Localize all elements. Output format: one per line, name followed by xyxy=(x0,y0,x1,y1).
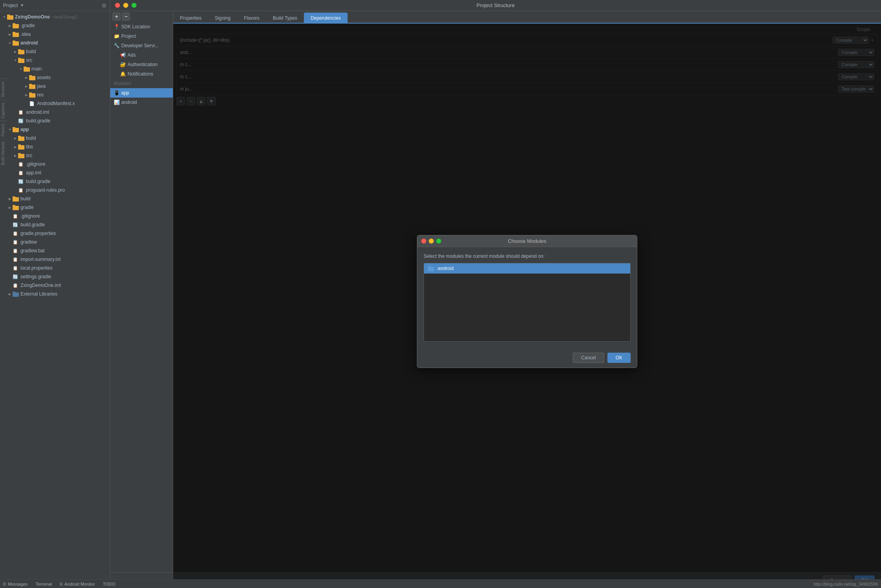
tree-label: android.iml xyxy=(26,109,49,115)
panel-item-project[interactable]: 📁 Project xyxy=(110,31,173,41)
folder-icon xyxy=(13,205,19,210)
tree-item-manifest[interactable]: ▶ 📄 AndroidManifest.x xyxy=(0,99,110,108)
svg-rect-1 xyxy=(7,15,10,16)
panel-item-android[interactable]: 📊 android xyxy=(110,98,173,107)
tree-item-gitignore[interactable]: ▶ 📋 .gitignore xyxy=(0,160,110,168)
tree-item-main[interactable]: ▼ main xyxy=(0,65,110,73)
modal-close-button[interactable] xyxy=(421,239,426,244)
svg-rect-15 xyxy=(29,75,32,77)
captures-tab[interactable]: Captures xyxy=(0,100,7,121)
android-monitor-tab[interactable]: 6: Android Monitor xyxy=(60,582,95,586)
root-arrow: ▼ xyxy=(2,14,7,20)
close-button[interactable] xyxy=(115,3,120,8)
folder-icon xyxy=(29,83,35,89)
modal-cancel-button[interactable]: Cancel xyxy=(573,353,604,363)
iml-file-icon2: 📋 xyxy=(18,170,24,176)
tree-item-local-props[interactable]: ▶ 📋 local.properties xyxy=(0,264,110,272)
tree-item-root-iml[interactable]: ▶ 📋 ZxingDemoOne.iml xyxy=(0,281,110,290)
project-icon: 📁 xyxy=(113,33,120,39)
add-panel-button[interactable]: + xyxy=(113,13,120,20)
tree-label: src xyxy=(26,57,32,63)
tab-dependencies[interactable]: Dependencies xyxy=(304,13,348,23)
sidebar-dropdown-icon[interactable]: ▼ xyxy=(20,3,24,7)
svg-rect-13 xyxy=(24,67,26,68)
project-panel: + − 📍 SDK Location 📁 Project 🔧 Developer… xyxy=(110,11,173,579)
folder-icon xyxy=(13,196,19,202)
tab-build-types[interactable]: Build Types xyxy=(266,13,304,23)
tree-item-gradle-hidden[interactable]: ▶ .gradle xyxy=(0,21,110,30)
sidebar-settings-icon[interactable]: ⚙ xyxy=(102,2,107,9)
panel-item-app[interactable]: 📱 app xyxy=(110,88,173,98)
tree-label: gradlew xyxy=(20,239,37,245)
tree-item-android-folder[interactable]: ▼ android xyxy=(0,39,110,47)
tree-item-import-summary[interactable]: ▶ 📋 import-summary.txt xyxy=(0,255,110,264)
panel-item-auth[interactable]: 🔐 Authentication xyxy=(110,60,173,69)
panel-item-sdk[interactable]: 📍 SDK Location xyxy=(110,22,173,31)
tab-signing[interactable]: Signing xyxy=(208,13,237,23)
panel-item-ads[interactable]: 📢 Ads xyxy=(110,50,173,60)
tree-item-idea[interactable]: ▶ .idea xyxy=(0,30,110,39)
module-name: :android xyxy=(437,266,453,271)
zoom-button[interactable] xyxy=(131,3,137,8)
build-variants-tab[interactable]: Build Variants xyxy=(0,139,7,168)
remove-panel-button[interactable]: − xyxy=(122,13,130,20)
tree-item-proguard[interactable]: ▶ 📋 proguard-rules.pro xyxy=(0,186,110,194)
panel-item-label: Notifications xyxy=(128,71,153,77)
ads-icon: 📢 xyxy=(120,52,126,58)
tree-item-root-gitignore[interactable]: ▶ 📋 .gitignore xyxy=(0,212,110,220)
flavors-side-tab[interactable]: Flavors xyxy=(0,121,7,139)
messages-tab[interactable]: 0: Messages xyxy=(3,582,28,586)
structure-tab[interactable]: Structure xyxy=(0,79,7,100)
tree-item-src[interactable]: ▼ src xyxy=(0,56,110,65)
modal-ok-button[interactable]: OK xyxy=(607,353,631,363)
panel-item-label: app xyxy=(121,90,129,96)
tree-item-android-iml[interactable]: ▶ 📋 android.iml xyxy=(0,108,110,116)
gradle-file-icon2: 🔄 xyxy=(18,179,24,184)
tree-item-gradlew-bat[interactable]: ▶ 📋 gradlew.bat xyxy=(0,246,110,255)
devservices-icon: 🔧 xyxy=(113,43,120,48)
panel-item-label: SDK Location xyxy=(121,24,150,30)
todo-tab[interactable]: TODO xyxy=(103,582,115,586)
tree-label: build.gradle xyxy=(20,222,45,227)
tree-item-root-buildgradle[interactable]: ▶ 🔄 build.gradle xyxy=(0,220,110,229)
tree-item-assets[interactable]: ▶ assets xyxy=(0,73,110,82)
tree-item-gradle-root[interactable]: ▶ gradle xyxy=(0,203,110,212)
tree-label: java xyxy=(37,83,46,89)
terminal-tab[interactable]: Terminal xyxy=(35,582,52,586)
tree-item-settings-gradle[interactable]: ▶ 🔄 settings.gradle xyxy=(0,272,110,281)
tree-item-libs[interactable]: ▶ libs xyxy=(0,142,110,151)
modal-traffic-lights xyxy=(421,239,441,244)
tab-properties[interactable]: Properties xyxy=(173,13,208,23)
tree-item-gradlew[interactable]: ▶ 📋 gradlew xyxy=(0,238,110,246)
modal-maximize-button[interactable] xyxy=(436,239,441,244)
folder-icon xyxy=(24,66,30,72)
tab-flavors[interactable]: Flavors xyxy=(237,13,266,23)
tree-item-app[interactable]: ▼ app xyxy=(0,125,110,134)
svg-rect-27 xyxy=(18,153,21,155)
tree-item-external-libs[interactable]: ▶ External Libraries xyxy=(0,290,110,298)
svg-rect-25 xyxy=(18,144,21,146)
module-item-android[interactable]: :android xyxy=(424,263,630,274)
minimize-button[interactable] xyxy=(123,3,128,8)
tree-item-android-buildgradle[interactable]: ▶ 🔄 build.gradle xyxy=(0,116,110,125)
tree-item-app-iml[interactable]: ▶ 📋 app.iml xyxy=(0,168,110,177)
root-label: ZxingDemoOne xyxy=(15,14,50,20)
tree-item-android-build[interactable]: ▶ build xyxy=(0,47,110,56)
tree-item-java[interactable]: ▶ java xyxy=(0,82,110,91)
tree-item-res[interactable]: ▶ res xyxy=(0,91,110,99)
tree-item-gradle-props[interactable]: ▶ 📋 gradle.properties xyxy=(0,229,110,238)
tree-item-app-build[interactable]: ▶ build xyxy=(0,134,110,142)
panel-item-label: Modules xyxy=(113,81,131,86)
tree-item-build-root[interactable]: ▶ build xyxy=(0,194,110,203)
modal-overlay: Choose Modules Select the modules the cu… xyxy=(173,24,881,579)
choose-modules-modal: Choose Modules Select the modules the cu… xyxy=(417,235,637,368)
panel-item-devservices[interactable]: 🔧 Developer Servi... xyxy=(110,41,173,50)
tree-label: local.properties xyxy=(20,265,52,271)
tree-item-app-buildgradle[interactable]: ▶ 🔄 build.gradle xyxy=(0,177,110,186)
modal-minimize-button[interactable] xyxy=(429,239,434,244)
panel-item-notifications[interactable]: 🔔 Notifications xyxy=(110,69,173,79)
tree-item-app-src[interactable]: ▶ src xyxy=(0,151,110,160)
tree-root[interactable]: ▼ ZxingDemoOne ~/test/ZxingD xyxy=(0,13,110,21)
tree-label: .idea xyxy=(20,31,31,37)
gradle-file-icon3: 🔄 xyxy=(13,222,19,227)
